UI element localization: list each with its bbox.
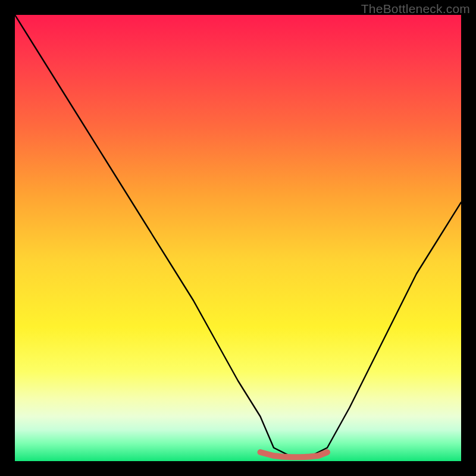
watermark-text: TheBottleneck.com: [361, 2, 470, 16]
bottleneck-curve-line: [15, 15, 461, 457]
chart-frame: TheBottleneck.com: [0, 0, 476, 476]
flat-bottom-band: [261, 452, 328, 457]
chart-plot-area: [15, 15, 461, 461]
chart-svg: [15, 15, 461, 461]
